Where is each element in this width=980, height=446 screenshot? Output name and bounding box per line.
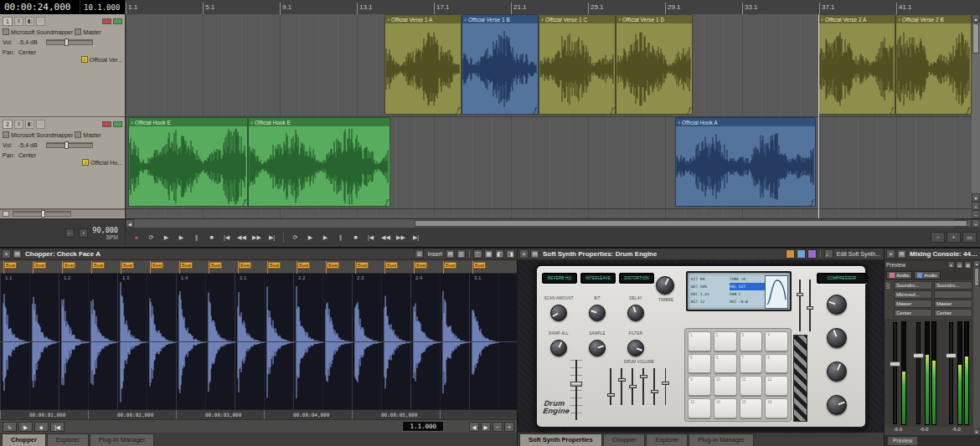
drum-pad-6[interactable]: 6 [714, 354, 737, 374]
audio-bus-chip[interactable]: Audio [886, 271, 912, 279]
next-button[interactable]: ▶▶ [394, 231, 408, 244]
drum-pad-15[interactable]: 15 [740, 398, 763, 418]
ruler-mark[interactable]: 5.1 [203, 3, 214, 14]
compressor-knob[interactable] [827, 295, 847, 315]
beat-marker-flag[interactable]: Beat [3, 261, 4, 274]
beat-marker-flag[interactable]: Beat [355, 261, 356, 274]
track-header[interactable]: 1 ≡ ◧ ◌ Microsoft Soundmapper Master [0, 14, 125, 117]
link-arrow-icon[interactable]: ▥ [456, 249, 466, 259]
drum-pad-16[interactable]: 16 [765, 398, 788, 418]
mixer-scrollbar[interactable]: ▲ ▼ [973, 260, 980, 435]
scroll-down-icon[interactable]: ▼ [973, 428, 980, 435]
drum-pad-1[interactable]: 1 [688, 331, 711, 351]
filter-knob[interactable] [627, 340, 644, 356]
tab-chopper[interactable]: Chopper [603, 433, 646, 446]
reverb-hq-button[interactable]: REVERB HQ [542, 273, 577, 284]
go-to-end-button[interactable]: ▶| [409, 231, 423, 244]
vertical-scroll-thumb[interactable] [972, 23, 979, 54]
chopper-scroll-left-icon[interactable]: ◀ [469, 422, 479, 432]
tab-plug-in-manager[interactable]: Plug-In Manager [689, 433, 753, 446]
ramp-all-knob[interactable] [550, 340, 567, 356]
zoom-tool-button[interactable]: ▭ [962, 232, 977, 243]
scan-amount-knob[interactable] [550, 305, 567, 321]
channel-fader[interactable] [916, 322, 921, 424]
tab-chopper[interactable]: Chopper [2, 433, 46, 446]
compressor-button[interactable]: COMPRESSOR [817, 273, 867, 284]
play-button[interactable]: ▶ [18, 422, 33, 432]
drum-volume-fader[interactable] [629, 368, 637, 405]
beat-marker-flag[interactable]: Beat [414, 261, 415, 274]
zoom-out-button[interactable]: − [931, 232, 945, 243]
drum-pad-4[interactable]: 4 [765, 331, 788, 351]
timecode-display[interactable]: 00:00:24,000 [0, 0, 80, 14]
paint-clip-selector[interactable]: ♪ Official Ho... [82, 159, 122, 166]
loop-playback-button[interactable]: ⟳ [144, 231, 158, 244]
clip[interactable]: ♪Official Hook Aƒ [675, 117, 816, 207]
clip[interactable]: ♪Official Verse 1 Bƒ [462, 14, 539, 115]
previous-button[interactable]: ◀◀ [379, 231, 393, 244]
stop-button[interactable]: ■ [34, 422, 49, 432]
send-slider[interactable] [797, 279, 803, 331]
solo-button[interactable] [113, 121, 122, 127]
track-lane[interactable]: ♪Official Verse 1 Aƒ♪Official Verse 1 Bƒ… [126, 14, 972, 117]
record-button[interactable]: ● [129, 231, 143, 244]
drum-pad-11[interactable]: 11 [740, 376, 763, 396]
ruler-mark[interactable]: 13.1 [357, 3, 373, 14]
insert-selection-button[interactable]: ↳ [3, 422, 17, 432]
mute-button[interactable] [102, 121, 111, 127]
clip[interactable]: ♪Official Hook Eƒ [248, 117, 390, 207]
time-zoom-in-icon[interactable]: + [972, 219, 980, 228]
insert-selection-icon[interactable]: ▤ [446, 249, 455, 259]
clip[interactable]: ♪Official Verse 1 Cƒ [539, 14, 616, 115]
freeze-icon[interactable] [786, 249, 795, 259]
input-select[interactable]: Microsof... [894, 290, 932, 299]
drum-volume-fader[interactable] [618, 368, 626, 405]
chopper-zoom-out-icon[interactable]: − [493, 422, 503, 432]
ruler-mark[interactable]: 41.1 [896, 3, 912, 14]
horizontal-scroll-thumb[interactable] [415, 220, 967, 227]
next-button[interactable]: ▶▶ [250, 231, 264, 244]
drum-pad-13[interactable]: 13 [688, 398, 711, 418]
mute-button[interactable] [102, 18, 111, 24]
ruler-mark[interactable]: 9.1 [280, 3, 291, 14]
drum-pad-2[interactable]: 2 [714, 331, 737, 351]
shift-selection-right-icon[interactable]: ◨ [506, 249, 515, 259]
grid-icon[interactable]: ⊞ [415, 249, 424, 259]
drum-pad-14[interactable]: 14 [714, 398, 737, 418]
play-from-start-button[interactable]: ▶ [303, 231, 317, 244]
close-icon[interactable]: × [886, 249, 895, 259]
track-paint-icon[interactable]: ◧ [25, 17, 34, 26]
beat-marker-flag[interactable]: Beat [150, 261, 151, 274]
track-fx-icon[interactable]: ≡ [14, 120, 23, 129]
horizontal-scrollbar[interactable]: ◀ ▶ − + [126, 219, 980, 228]
ruler-mark[interactable]: 17.1 [434, 3, 450, 14]
chopper-scroll-right-icon[interactable]: ▶ [481, 422, 491, 432]
stop-button[interactable]: ■ [204, 231, 219, 244]
clip[interactable]: ♪Official Hook Eƒ [128, 117, 248, 207]
beat-marker-flag[interactable]: Beat [62, 261, 63, 274]
mixer-scroll-thumb[interactable] [974, 268, 979, 286]
delay-knob[interactable] [627, 305, 644, 321]
tempo-display[interactable]: 90,000 BPM [92, 226, 118, 240]
drum-volume-fader[interactable] [662, 368, 669, 405]
beat-marker-flag[interactable]: Beat [384, 261, 385, 274]
beat-marker-flag[interactable]: Beat [209, 261, 209, 274]
views-icon[interactable]: ▾ [947, 261, 955, 269]
chopper-waveform[interactable]: 1.11.21.31.42.12.22.32.43.1 [0, 274, 517, 410]
compressor-knob[interactable] [827, 395, 847, 415]
pan-control[interactable]: Center [894, 309, 932, 317]
track-paint-icon[interactable]: ◧ [25, 120, 34, 129]
properties-icon[interactable]: ▦ [964, 261, 972, 269]
audio-bus-chip[interactable]: Audio [914, 271, 940, 279]
drum-pad-7[interactable]: 7 [740, 354, 763, 374]
preview-strip-label[interactable]: Preview [887, 436, 918, 446]
beat-position-display[interactable]: 10.1.000 [80, 0, 126, 14]
device-select[interactable]: Soundm... [934, 281, 972, 290]
master-volume-fader[interactable] [570, 360, 582, 420]
device-select[interactable]: Microsoft Soundmapper [11, 132, 73, 138]
chopper-zoom-in-icon[interactable]: + [504, 422, 514, 432]
track-fx-icon[interactable]: ≡ [14, 17, 23, 26]
drum-volume-fader[interactable] [651, 368, 658, 405]
play-from-start-button[interactable]: ▶ [159, 231, 173, 244]
pause-button[interactable]: ∥ [189, 231, 204, 244]
